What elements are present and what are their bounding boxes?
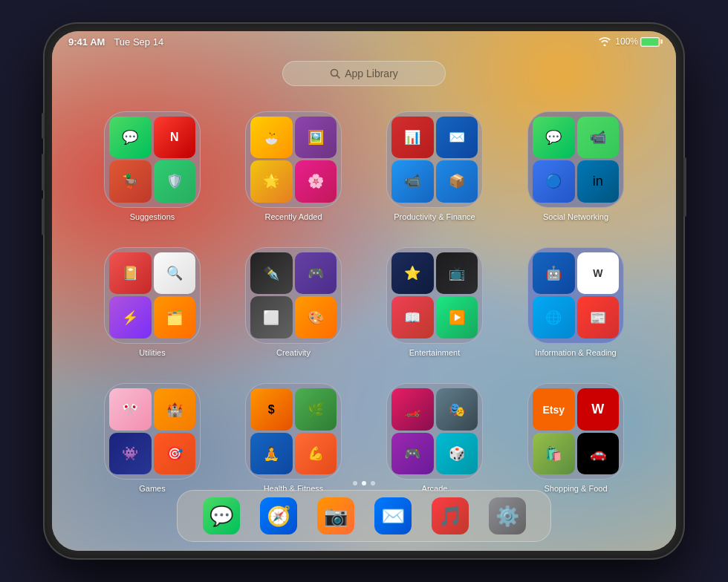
app-shopify: 🛍️	[533, 433, 575, 475]
app-messages: 💬	[109, 117, 152, 159]
status-bar: 9:41 AM Tue Sep 14 100%	[52, 31, 676, 52]
page-dot-2	[362, 481, 366, 485]
app-browser: 🌐	[533, 296, 575, 339]
app-dollar: $	[250, 388, 293, 431]
page-indicator	[353, 481, 375, 485]
app-news: 📰	[577, 296, 620, 339]
folder-label-productivity: Productivity & Finance	[394, 212, 475, 221]
app-notebooks: 📔	[109, 252, 152, 295]
folder-social[interactable]: 💬 📹 🔵 in Social Networking	[513, 105, 639, 226]
app-whiteboard: ⬜	[250, 296, 293, 339]
app-leaf: 🌿	[295, 388, 337, 431]
folder-utilities[interactable]: 📔 🔍 ⚡ 🗂️ Utilities	[89, 241, 215, 362]
folder-label-creativity: Creativity	[276, 348, 311, 357]
app-signal: 🔵	[533, 160, 575, 203]
folder-games[interactable]: 🎌 🏰 👾 🎯 Games	[89, 378, 215, 499]
folder-icon-suggestions: 💬 N 🦆 🛡️	[104, 111, 201, 208]
search-icon	[330, 68, 340, 79]
battery-fill	[642, 39, 658, 45]
folder-icon-games: 🎌 🏰 👾 🎯	[104, 383, 201, 480]
app-paramount: ⭐	[391, 252, 434, 295]
folder-info-reading[interactable]: 🤖 W 🌐 📰 Information & Reading	[513, 241, 639, 362]
svg-line-1	[337, 76, 340, 79]
app-uber: 🚗	[577, 433, 620, 475]
app-library-grid: 💬 N 🦆 🛡️ Suggestions 🐣 🖼️ 🌟 🌸 Recently A…	[52, 98, 676, 506]
app-duckduckgo: 🦆	[109, 160, 152, 203]
power-button[interactable]	[683, 157, 686, 217]
folder-icon-health: $ 🌿 🧘 💪	[245, 383, 342, 480]
app-hulu: ▶️	[436, 296, 478, 339]
folder-arcade[interactable]: 🏎️ 🎭 🎮 🎲 Arcade	[371, 378, 498, 499]
search-bar[interactable]: App Library	[282, 61, 446, 86]
app-facetime: 📹	[577, 117, 620, 159]
status-right: 100%	[599, 36, 660, 47]
folder-label-social: Social Networking	[543, 212, 608, 221]
status-left: 9:41 AM Tue Sep 14	[68, 36, 163, 48]
battery-icon	[640, 37, 660, 47]
dock-app-messages[interactable]: 💬	[203, 497, 240, 534]
folder-entertainment[interactable]: ⭐ 📺 📖 ▶️ Entertainment	[371, 241, 498, 362]
app-imessage2: 💬	[533, 117, 575, 159]
folder-label-shopping: Shopping & Food	[544, 484, 607, 493]
dock-app-settings[interactable]: ⚙️	[489, 497, 526, 534]
dock-app-safari[interactable]: 🧭	[260, 497, 297, 534]
app-racing: 🏎️	[391, 388, 434, 431]
ipad-screen: 9:41 AM Tue Sep 14 100%	[52, 31, 676, 551]
page-dot-1	[353, 481, 357, 485]
app-linkedin: in	[577, 160, 620, 203]
dock-app-music[interactable]: 🎵	[432, 497, 469, 534]
folder-label-recently-added: Recently Added	[264, 212, 322, 221]
app-illustrator: 🎨	[295, 296, 337, 339]
app-magnifier: 🔍	[154, 252, 196, 295]
status-time: 9:41 AM	[68, 36, 105, 48]
app-replika: 🤖	[533, 252, 575, 295]
app-pokemon: 🎯	[154, 433, 196, 475]
folder-label-suggestions: Suggestions	[130, 212, 175, 221]
app-castle: 🏰	[154, 388, 196, 431]
app-walgreens: W	[577, 388, 620, 431]
mute-button[interactable]	[42, 113, 45, 139]
folder-health[interactable]: $ 🌿 🧘 💪 Health & Fitness	[230, 378, 357, 499]
volume-down-button[interactable]	[42, 198, 45, 235]
folder-icon-recently-added: 🐣 🖼️ 🌟 🌸	[245, 111, 342, 208]
app-office: 📊	[391, 117, 434, 159]
ipad-dock: 💬 🧭 📷 ✉️ 🎵 ⚙️	[177, 490, 551, 542]
app-etsy: Etsy	[533, 388, 575, 431]
volume-up-button[interactable]	[42, 154, 45, 191]
app-anime: 🎌	[109, 388, 152, 431]
folder-recently-added[interactable]: 🐣 🖼️ 🌟 🌸 Recently Added	[230, 105, 357, 226]
folder-suggestions[interactable]: 💬 N 🦆 🛡️ Suggestions	[89, 105, 215, 226]
dock-app-photos[interactable]: 📷	[317, 497, 354, 534]
folder-shopping[interactable]: Etsy W 🛍️ 🚗 Shopping & Food	[513, 378, 639, 499]
app-twitch: 🎮	[295, 252, 337, 295]
app-yellow: 🌟	[250, 160, 293, 203]
app-vectorize: ✒️	[250, 252, 293, 295]
search-placeholder: App Library	[345, 68, 398, 79]
page-dot-3	[371, 481, 375, 485]
app-pink: 🌸	[295, 160, 337, 203]
app-notewise: N	[154, 117, 196, 159]
status-date: Tue Sep 14	[114, 36, 163, 48]
ipad-device: 9:41 AM Tue Sep 14 100%	[45, 24, 683, 558]
folder-creativity[interactable]: ✒️ 🎮 ⬜ 🎨 Creativity	[230, 241, 357, 362]
folder-icon-shopping: Etsy W 🛍️ 🚗	[527, 383, 624, 480]
app-fitness: 💪	[295, 433, 337, 475]
folder-icon-arcade: 🏎️ 🎭 🎮 🎲	[386, 383, 483, 480]
folder-label-info-reading: Information & Reading	[535, 348, 616, 357]
folder-icon-info-reading: 🤖 W 🌐 📰	[527, 247, 624, 344]
battery-indicator: 100%	[615, 36, 660, 47]
folder-icon-creativity: ✒️ 🎮 ⬜ 🎨	[245, 247, 342, 344]
folder-icon-entertainment: ⭐ 📺 📖 ▶️	[386, 247, 483, 344]
app-pocket: 📖	[391, 296, 434, 339]
folder-icon-social: 💬 📹 🔵 in	[527, 111, 624, 208]
folder-label-games: Games	[139, 484, 165, 493]
app-dropbox: 📦	[436, 160, 478, 203]
dock-app-mail[interactable]: ✉️	[374, 497, 412, 534]
app-appletv: 📺	[436, 252, 478, 295]
app-zoom: 📹	[391, 160, 434, 203]
folder-productivity[interactable]: 📊 ✉️ 📹 📦 Productivity & Finance	[371, 105, 498, 226]
app-shield: 🛡️	[154, 160, 196, 203]
folder-label-utilities: Utilities	[139, 348, 165, 357]
wifi-icon	[599, 37, 611, 46]
app-reminders: 🗂️	[154, 296, 196, 339]
